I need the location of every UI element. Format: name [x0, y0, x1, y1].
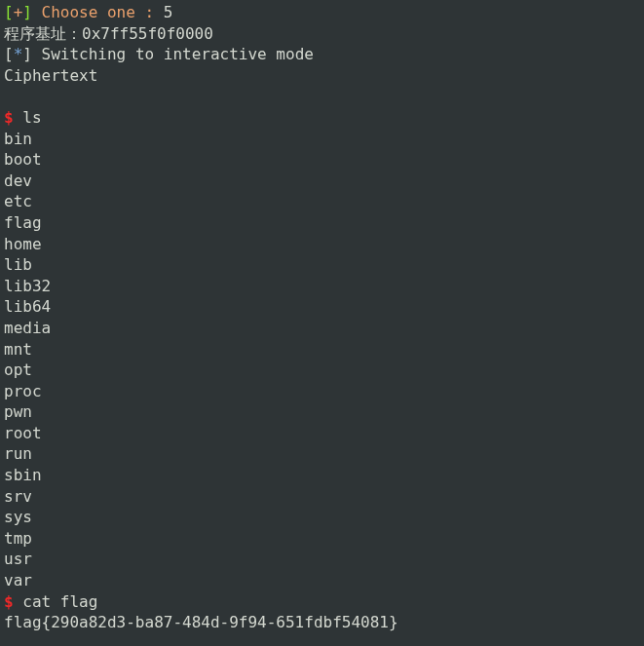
shell-prompt: $: [4, 592, 14, 611]
bracket-open: [: [4, 3, 14, 21]
bracket-close: ]: [22, 3, 41, 21]
flag-output: flag{290a82d3-ba87-484d-9f94-651fdbf5408…: [4, 612, 640, 633]
list-item: bin: [4, 129, 640, 150]
list-item: run: [4, 443, 640, 465]
list-item: root: [4, 423, 640, 444]
list-item: lib: [4, 254, 640, 276]
list-item: sys: [4, 507, 640, 528]
list-item: lib32: [4, 276, 640, 297]
shell-prompt: $: [4, 108, 14, 127]
ls-command-line[interactable]: $ ls: [4, 107, 640, 129]
ciphertext-label: Ciphertext: [4, 65, 640, 87]
blank-line: [4, 86, 640, 107]
choose-label: Choose one :: [42, 3, 164, 21]
cat-flag-command-line[interactable]: $ cat flag: [4, 591, 640, 613]
list-item: flag: [4, 212, 640, 234]
ls-command: ls: [22, 108, 41, 127]
list-item: tmp: [4, 528, 640, 550]
list-item: mnt: [4, 339, 640, 361]
bracket-open-2: [: [4, 45, 14, 63]
switching-mode-line: [*] Switching to interactive mode: [4, 44, 640, 65]
list-item: boot: [4, 149, 640, 171]
list-item: pwn: [4, 401, 640, 423]
choose-prompt-line: [+] Choose one : 5: [4, 2, 640, 23]
list-item: var: [4, 570, 640, 591]
list-item: media: [4, 318, 640, 339]
switching-text: Switching to interactive mode: [42, 45, 314, 63]
list-item: opt: [4, 360, 640, 381]
list-item: srv: [4, 486, 640, 508]
cat-flag-command: cat flag: [22, 592, 97, 611]
bracket-close-2: ]: [22, 45, 41, 63]
plus-icon: +: [14, 3, 23, 21]
list-item: usr: [4, 549, 640, 570]
list-item: etc: [4, 191, 640, 212]
list-item: home: [4, 234, 640, 255]
base-address-line: 程序基址：0x7ff55f0f0000: [4, 23, 640, 45]
list-item: dev: [4, 171, 640, 192]
list-item: sbin: [4, 465, 640, 486]
list-item: proc: [4, 381, 640, 402]
star-icon: *: [14, 45, 23, 63]
list-item: lib64: [4, 296, 640, 318]
choice-value: 5: [164, 3, 173, 21]
